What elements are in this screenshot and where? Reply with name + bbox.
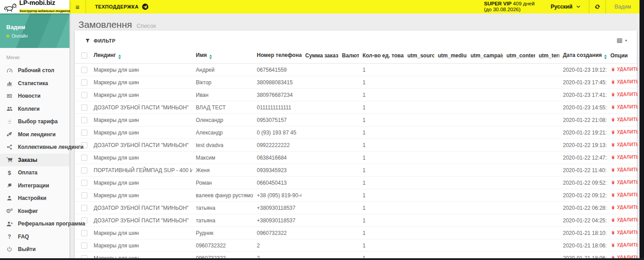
delete-button[interactable]: УДАЛИТЬ xyxy=(610,142,638,148)
cell-landing: Маркеры для шин xyxy=(90,126,192,139)
cell-landing: Маркеры для шин xyxy=(90,227,192,239)
trash-icon xyxy=(610,155,615,160)
cell-utm-source xyxy=(404,227,434,239)
cell-currency xyxy=(338,164,359,177)
delete-button[interactable]: УДАЛИТЬ xyxy=(610,104,638,110)
sidebar-item-collective-landings[interactable]: Коллективные лендинги xyxy=(0,141,69,154)
row-checkbox[interactable] xyxy=(81,117,87,123)
delete-button[interactable]: УДАЛИТЬ xyxy=(610,167,638,173)
cell-utm-medium xyxy=(434,227,467,239)
cell-phone: 380988083415 xyxy=(253,76,302,89)
cell-options: УДАЛИТЬ xyxy=(607,126,638,139)
cell-phone: 0675641559 xyxy=(253,64,302,76)
sort-icon[interactable] xyxy=(604,55,607,59)
row-checkbox[interactable] xyxy=(81,79,87,86)
logo[interactable]: LP-mobi.biz Конструктор мобильных лендин… xyxy=(0,0,69,13)
sidebar-item-integrations[interactable]: Интеграции xyxy=(0,179,69,192)
sort-icon[interactable] xyxy=(118,55,121,59)
row-checkbox[interactable] xyxy=(81,192,87,199)
hand-pointer-icon: ☝ xyxy=(6,119,13,125)
row-checkbox[interactable] xyxy=(81,67,87,73)
cell-qty: 1 xyxy=(359,152,404,164)
row-checkbox[interactable] xyxy=(81,230,87,236)
horizontal-scrollbar[interactable] xyxy=(0,258,644,260)
delete-button[interactable]: УДАЛИТЬ xyxy=(610,66,638,73)
delete-button[interactable]: УДАЛИТЬ xyxy=(610,192,638,198)
cell-phone: 0960732322 xyxy=(253,227,302,239)
delete-label: УДАЛИТЬ xyxy=(617,242,638,248)
cell-currency xyxy=(338,139,359,152)
cell-utm-campaign xyxy=(467,126,503,139)
delete-button[interactable]: УДАЛИТЬ xyxy=(610,129,638,135)
table-row: Маркеры для шинВіктор38098808341512020-0… xyxy=(75,76,638,89)
sidebar-item-dashboard[interactable]: Рабочий стол xyxy=(0,64,69,77)
sidebar-item-colleagues[interactable]: Коллеги xyxy=(0,103,69,116)
row-checkbox[interactable] xyxy=(81,155,87,161)
row-checkbox[interactable] xyxy=(81,130,87,136)
column-header-name[interactable]: Имя xyxy=(192,49,253,64)
cell-utm-content xyxy=(503,177,535,189)
cell-utm-medium xyxy=(434,152,467,164)
cell-utm-source xyxy=(404,64,434,76)
row-checkbox[interactable] xyxy=(81,180,87,186)
cell-utm-content xyxy=(503,114,535,126)
cell-created: 2020-01-22 19:21:58 xyxy=(559,126,607,139)
cell-phone: 0638416684 xyxy=(253,152,302,164)
filter-button[interactable]: ФИЛЬТР xyxy=(84,38,116,43)
delete-button[interactable]: УДАЛИТЬ xyxy=(610,230,638,236)
sidebar-item-logout[interactable]: Выйти xyxy=(0,243,69,256)
sidebar-item-config[interactable]: ⚙⚙Конфиг xyxy=(0,205,69,218)
cell-utm-content xyxy=(503,189,535,202)
row-checkbox[interactable] xyxy=(81,104,87,111)
sidebar-item-my-landings[interactable]: Мои лендинги xyxy=(0,128,69,141)
column-header-landing[interactable]: Лендинг xyxy=(90,49,192,64)
chevron-down-icon xyxy=(575,5,582,8)
cell-currency xyxy=(338,152,359,164)
sidebar-item-tariff[interactable]: ☝Выбор тарифа xyxy=(0,115,69,128)
sort-icon[interactable] xyxy=(209,55,212,59)
trash-icon xyxy=(610,117,615,122)
column-settings-button[interactable]: ▾ xyxy=(616,37,628,44)
delete-button[interactable]: УДАЛИТЬ xyxy=(610,179,638,186)
sidebar-item-referral[interactable]: Реферальная программа xyxy=(0,217,69,230)
sidebar-item-statistics[interactable]: Статистика xyxy=(0,77,69,90)
delete-button[interactable]: УДАЛИТЬ xyxy=(610,154,638,160)
vertical-scrollbar[interactable] xyxy=(640,0,644,260)
row-checkbox[interactable] xyxy=(81,167,87,173)
select-all-checkbox[interactable] xyxy=(81,52,87,59)
support-button[interactable]: ТЕХПОДДЕРЖКА xyxy=(86,3,158,10)
delete-button[interactable]: УДАЛИТЬ xyxy=(610,217,638,223)
cell-created: 2020-01-22 09:12:28 xyxy=(559,189,607,202)
sidebar-item-news[interactable]: Новости xyxy=(0,90,69,103)
column-header-phone[interactable]: Номер телефона xyxy=(253,49,302,64)
language-selector[interactable]: Русский xyxy=(544,4,589,10)
cell-utm-campaign xyxy=(467,189,503,202)
cell-name: 0960732322 xyxy=(192,239,253,252)
trash-icon xyxy=(610,205,615,210)
column-label: Сумма заказа xyxy=(305,52,338,59)
delete-button[interactable]: УДАЛИТЬ xyxy=(610,242,638,248)
user-menu[interactable]: Вадим xyxy=(606,4,640,10)
cell-order-sum xyxy=(302,177,338,189)
delete-button[interactable]: УДАЛИТЬ xyxy=(610,79,638,85)
delete-button[interactable]: УДАЛИТЬ xyxy=(610,204,638,211)
column-header-options: Опции xyxy=(607,49,638,64)
row-checkbox[interactable] xyxy=(81,92,87,98)
column-label: utm_content xyxy=(506,52,535,59)
row-checkbox[interactable] xyxy=(81,205,87,211)
sidebar-item-settings[interactable]: Настройки xyxy=(0,192,69,205)
delete-label: УДАЛИТЬ xyxy=(617,142,638,148)
refresh-button[interactable] xyxy=(589,4,605,10)
plan-until: (до 30.08.2026) xyxy=(484,7,535,13)
delete-button[interactable]: УДАЛИТЬ xyxy=(610,91,638,98)
cell-options: УДАЛИТЬ xyxy=(607,76,638,89)
cell-currency xyxy=(338,177,359,189)
sidebar-item-payment[interactable]: $Оплата xyxy=(0,166,69,179)
delete-button[interactable]: УДАЛИТЬ xyxy=(610,117,638,123)
sidebar-item-faq[interactable]: ?FAQ xyxy=(0,230,69,243)
menu-toggle-button[interactable]: ≡ xyxy=(69,3,86,11)
sidebar-item-orders[interactable]: Заказы xyxy=(0,154,69,167)
menu-section-label: Меню xyxy=(0,48,69,64)
column-header-created[interactable]: Дата создания xyxy=(559,49,607,64)
row-checkbox[interactable] xyxy=(81,243,87,249)
